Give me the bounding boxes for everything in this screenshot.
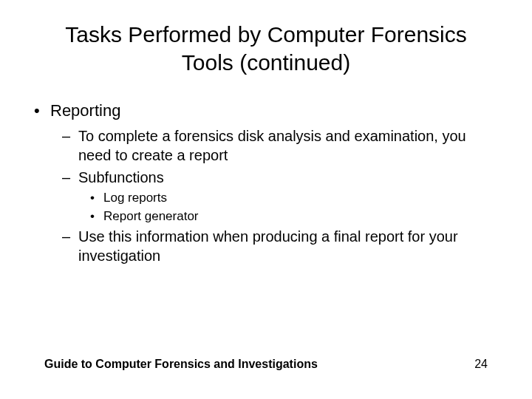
footer-text: Guide to Computer Forensics and Investig…	[44, 358, 318, 371]
bullet-level3: Log reports	[30, 190, 502, 207]
bullet-level3: Report generator	[30, 208, 502, 225]
slide-title: Tasks Performed by Computer Forensics To…	[30, 21, 502, 76]
bullet-level1: Reporting	[30, 100, 502, 122]
slide-footer: Guide to Computer Forensics and Investig…	[0, 358, 532, 371]
page-number: 24	[474, 358, 488, 371]
bullet-level2: Subfunctions	[30, 168, 502, 187]
bullet-level2: Use this information when producing a fi…	[30, 227, 502, 265]
bullet-level2: To complete a forensics disk analysis an…	[30, 126, 502, 165]
